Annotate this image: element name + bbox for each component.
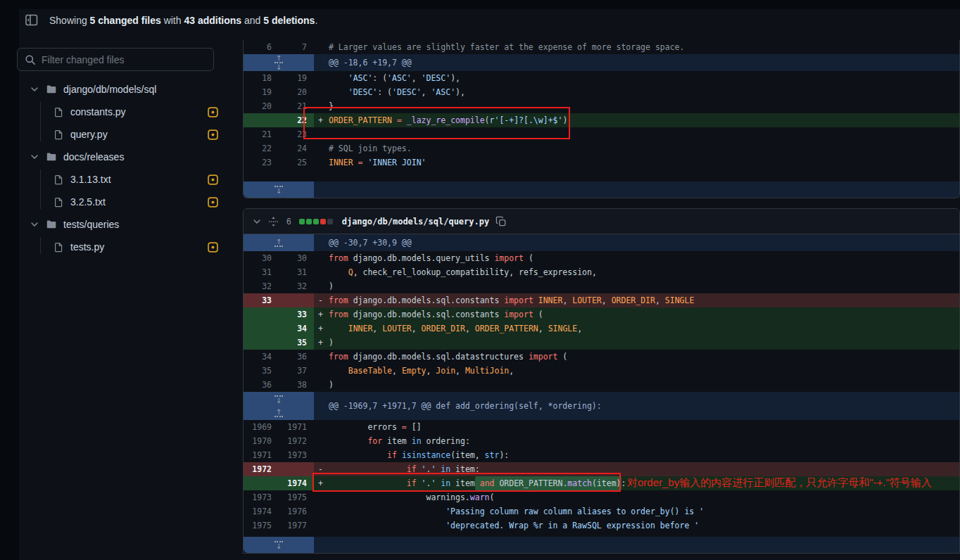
new-line-number[interactable]: 1975	[279, 490, 314, 504]
tree-folder-tests-queries[interactable]: tests/queries	[17, 213, 228, 236]
old-line-number[interactable]: 1972	[244, 462, 279, 476]
new-line-number[interactable]: 20	[279, 85, 314, 99]
old-line-number[interactable]: 32	[244, 279, 279, 293]
old-line-number[interactable]: 20	[244, 99, 279, 113]
new-line-number[interactable]: 24	[279, 141, 314, 155]
code-content: 'Passing column raw column aliases to or…	[314, 504, 959, 518]
new-line-number[interactable]: 19	[279, 71, 314, 85]
old-line-number[interactable]: 22	[244, 141, 279, 155]
file-label: constants.py	[70, 106, 126, 117]
old-line-number[interactable]: 1974	[244, 504, 279, 518]
new-line-number[interactable]: 32	[279, 279, 314, 293]
code-content: # Larger values are slightly faster at t…	[314, 40, 959, 54]
filter-changed-files-box[interactable]	[17, 48, 214, 71]
new-line-number[interactable]: 7	[279, 40, 314, 54]
old-line-number[interactable]: 1975	[244, 518, 279, 533]
new-line-number[interactable]: 30	[279, 251, 314, 265]
old-line-number[interactable]: 6	[244, 40, 279, 54]
file-header: 6django/db/models/sql/query.py	[244, 209, 959, 234]
expand-split-icon[interactable]: ↓↑	[244, 392, 314, 420]
file-label: 3.1.13.txt	[70, 174, 111, 185]
tree-file-3-1-13-txt[interactable]: 3.1.13.txt	[17, 168, 228, 191]
diff-line: 19691971 errors = []	[244, 420, 959, 434]
file-icon	[53, 129, 64, 140]
code-content: 'DESC': ('DESC', 'ASC'),	[314, 85, 959, 99]
expand-up-icon[interactable]: ↑	[244, 234, 314, 251]
old-line-number[interactable]: 1969	[244, 420, 279, 434]
modified-status-icon	[208, 129, 218, 140]
new-line-number[interactable]: 1973	[279, 448, 314, 462]
old-line-number[interactable]	[244, 336, 279, 350]
annotation-note: 对order_by输入的内容进行正则匹配，只允许字母和"-+."符号输入	[627, 476, 932, 490]
expand-down-icon[interactable]: ↓	[244, 182, 314, 198]
diff-sign: +	[318, 336, 329, 350]
new-line-number[interactable]: 35	[279, 336, 314, 350]
old-line-number[interactable]: 36	[244, 378, 279, 392]
old-line-number[interactable]: 21	[244, 127, 279, 141]
filter-changed-files-input[interactable]	[42, 54, 206, 65]
drag-handle-icon[interactable]	[268, 216, 279, 227]
old-line-number[interactable]: 18	[244, 71, 279, 85]
expand-both-icon[interactable]: ↑↓	[244, 54, 314, 71]
new-line-number[interactable]	[279, 293, 314, 307]
new-line-number[interactable]: 23	[279, 127, 314, 141]
diff-line: 3232)	[244, 279, 959, 293]
old-line-number[interactable]: 33	[244, 293, 279, 307]
new-line-number[interactable]: 1976	[279, 504, 314, 518]
old-line-number[interactable]: 19	[244, 85, 279, 99]
old-line-number[interactable]	[244, 307, 279, 322]
new-line-number[interactable]: 1977	[279, 518, 314, 533]
new-line-number[interactable]: 33	[279, 307, 314, 322]
old-line-number[interactable]: 23	[244, 155, 279, 170]
copy-path-icon[interactable]	[495, 216, 507, 227]
tree-file-query-py[interactable]: query.py	[17, 123, 228, 146]
diff-panel: 67# Larger values are slightly faster at…	[243, 40, 960, 560]
file-path[interactable]: django/db/models/sql/query.py	[342, 217, 490, 227]
new-line-number[interactable]: 36	[279, 350, 314, 364]
diffstat-square-add	[313, 219, 319, 224]
tree-folder-django-db-models-sql[interactable]: django/db/models/sql	[17, 78, 228, 101]
code-content: + INNER, LOUTER, ORDER_DIR, ORDER_PATTER…	[314, 322, 959, 336]
tree-folder-docs-releases[interactable]: docs/releases	[17, 146, 228, 168]
new-line-number[interactable]: 37	[279, 364, 314, 378]
tree-file-tests-py[interactable]: tests.py	[17, 236, 228, 258]
old-line-number[interactable]	[244, 476, 279, 490]
old-line-number[interactable]	[244, 113, 279, 127]
new-line-number[interactable]: 1972	[279, 434, 314, 448]
changed-files-tree: django/db/models/sqlconstants.pyquery.py…	[17, 78, 228, 258]
expand-down-icon[interactable]: ↓	[244, 537, 314, 553]
new-line-number[interactable]: 21	[279, 99, 314, 113]
old-line-number[interactable]: 34	[244, 350, 279, 364]
old-line-number[interactable]: 1973	[244, 490, 279, 504]
diff-sign: +	[318, 476, 329, 490]
modified-status-icon	[208, 197, 218, 208]
new-line-number[interactable]: 22	[279, 113, 314, 127]
new-line-number[interactable]: 38	[279, 378, 314, 392]
code-content: # SQL join types.	[314, 141, 959, 155]
new-line-number[interactable]: 1974	[279, 476, 314, 490]
new-line-number[interactable]: 1971	[279, 420, 314, 434]
old-line-number[interactable]: 1970	[244, 434, 279, 448]
new-line-number[interactable]: 34	[279, 322, 314, 336]
modified-status-icon	[208, 242, 218, 253]
code-content: +ORDER_PATTERN = _lazy_re_compile(r'[-+]…	[314, 113, 959, 127]
tree-indent-guide	[40, 237, 41, 254]
tree-file-constants-py[interactable]: constants.py	[17, 101, 228, 123]
old-line-number[interactable]: 35	[244, 364, 279, 378]
diff-line: 1972- if '.' in item:	[244, 462, 959, 476]
collapse-file-chevron-icon[interactable]	[252, 217, 262, 227]
new-line-number[interactable]: 25	[279, 155, 314, 170]
diff-summary-header: Showing 5 changed files with 43 addition…	[25, 14, 317, 26]
tree-file-3-2-5-txt[interactable]: 3.2.5.txt	[17, 191, 228, 213]
sidebar-collapse-icon[interactable]	[25, 14, 38, 26]
old-line-number[interactable]: 31	[244, 265, 279, 279]
old-line-number[interactable]: 30	[244, 251, 279, 265]
new-line-number[interactable]: 31	[279, 265, 314, 279]
old-line-number[interactable]	[244, 322, 279, 336]
hunk-header-row: ↓↑@@ -1969,7 +1971,7 @@ def add_ordering…	[244, 392, 959, 420]
diff-sign	[318, 155, 329, 170]
new-line-number[interactable]	[279, 462, 314, 476]
old-line-number[interactable]: 1971	[244, 448, 279, 462]
code-content: 'deprecated. Wrap %r in a RawSQL express…	[314, 518, 959, 533]
diff-sign	[318, 71, 329, 85]
